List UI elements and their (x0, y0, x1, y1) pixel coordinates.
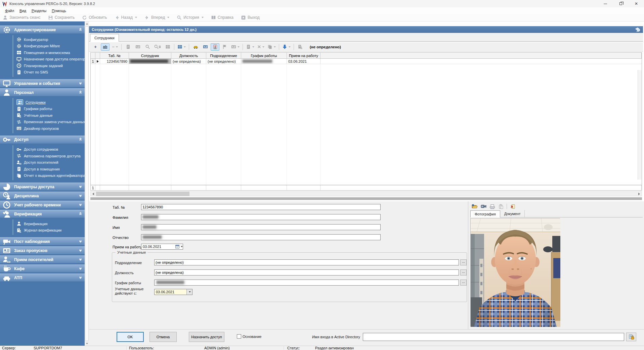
employee-badge-button[interactable] (211, 43, 219, 51)
sidebar-section-verification[interactable]: Верификация (0, 210, 85, 218)
grid-vertical-scrollbar[interactable] (638, 70, 642, 180)
paste-photo-button[interactable] (497, 203, 505, 210)
grid-horizontal-scrollbar[interactable] (90, 191, 642, 196)
sidebar-item-issued-ids-report[interactable]: Отчет о выданных идентификаторах (16, 172, 85, 179)
forward-button[interactable]: Вперед (144, 15, 169, 20)
flag-button[interactable] (220, 43, 229, 51)
scroll-up-button[interactable] (85, 21, 89, 26)
column-header-position[interactable]: Должность (171, 53, 206, 58)
sidebar-item-operator-rights[interactable]: Назначение прав доступа операторов (16, 56, 85, 63)
sidebar-item-verification-log[interactable]: Журнал верификации (16, 227, 85, 234)
department-field[interactable] (154, 259, 459, 265)
delete-photo-button[interactable] (509, 203, 516, 210)
patronymic-field[interactable] (141, 234, 381, 240)
transfer-button[interactable] (281, 43, 292, 51)
sidebar-section-management-events[interactable]: Управление и события (0, 79, 85, 88)
sidebar-section-surveillance[interactable]: Пост наблюдения (0, 237, 85, 246)
sidebar-item-account-data[interactable]: Учётные данные (16, 112, 85, 119)
hire-date-field[interactable]: 03.06.2021 (141, 244, 183, 250)
column-header-department[interactable]: Подразделение (206, 53, 241, 58)
sidebar-item-badge-designer[interactable]: Дизайнер пропусков (16, 125, 85, 132)
tab-photo[interactable]: Фотография (470, 210, 500, 217)
cell-hire-date[interactable]: 03.06.2021 (287, 59, 320, 64)
menu-help[interactable]: Помощь (49, 8, 69, 13)
find-replace-button[interactable] (153, 43, 162, 51)
capture-camera-button[interactable] (480, 203, 487, 210)
schedule-browse-button[interactable]: ... (460, 280, 467, 286)
scrollbar-thumb[interactable] (85, 26, 89, 341)
load-photo-button[interactable] (471, 203, 478, 210)
sidebar-item-sms-report[interactable]: Отчет по SMS (16, 69, 85, 76)
sidebar-item-temp-replacement[interactable]: Временная замена учетных данных (16, 119, 85, 126)
delete-record-button[interactable]: − (111, 43, 119, 51)
sidebar-section-discipline[interactable]: Дисциплина (0, 192, 85, 200)
grid-empty-body[interactable] (91, 64, 642, 185)
card-view-button[interactable] (133, 43, 142, 51)
ad-lock-button[interactable] (626, 333, 636, 341)
scan-button[interactable] (488, 203, 496, 210)
tab-employees[interactable]: Сотрудники (90, 34, 119, 42)
section-help-icon[interactable] (634, 27, 640, 32)
sidebar-item-room-access[interactable]: Доступ в помещения (16, 166, 85, 172)
exit-button[interactable]: Выход (241, 15, 260, 20)
scroll-left-button[interactable] (91, 192, 96, 196)
tab-document[interactable]: Документ (500, 210, 525, 217)
badge-template-button[interactable] (230, 43, 241, 51)
sidebar-section-cafe[interactable]: Кафе (0, 264, 85, 273)
valid-from-dropdown-button[interactable] (186, 289, 192, 295)
sidebar-section-badge-order[interactable]: Заказ пропусков (0, 246, 85, 255)
sidebar-item-configurator[interactable]: Конфигуратор (16, 36, 85, 43)
scroll-down-button[interactable] (85, 341, 89, 346)
sidebar-section-time-tracking[interactable]: Учет рабочего времени (0, 201, 85, 209)
minimize-button[interactable] (598, 0, 613, 7)
surname-field[interactable] (141, 214, 381, 220)
export-button[interactable] (245, 43, 255, 51)
sidebar-section-atp[interactable]: АТП (0, 273, 85, 282)
delete-x-button[interactable]: ✕ (256, 43, 265, 51)
refresh-button[interactable]: Обновить (82, 15, 107, 20)
end-session-button[interactable]: Закончить сеанс (3, 15, 41, 20)
column-header-employee[interactable]: Сотрудник (129, 53, 171, 58)
sidebar-section-access[interactable]: Доступ (0, 136, 85, 144)
panel-splitter[interactable] (90, 197, 642, 200)
department-browse-button[interactable]: ... (460, 259, 467, 265)
close-button[interactable]: ✕ (629, 0, 644, 7)
add-record-button[interactable]: + (91, 43, 100, 51)
access-template-combo[interactable]: (не определено) (310, 45, 341, 49)
help-button[interactable]: Справка (211, 15, 233, 20)
copy-button[interactable] (266, 43, 277, 51)
sidebar-item-employees[interactable]: Сотрудники (16, 99, 85, 106)
sidebar-section-administration[interactable]: Администрирование (0, 26, 85, 34)
ad-login-field[interactable] (363, 333, 624, 341)
sidebar-item-task-scheduler[interactable]: Планировщик заданий (16, 62, 85, 69)
schedule-field[interactable] (154, 280, 459, 286)
column-header-tab-no[interactable]: Таб. № (100, 53, 129, 58)
sidebar-section-visitor-reception[interactable]: Прием посетителей (0, 255, 85, 264)
column-header-hire-date[interactable]: Прием на работу (287, 53, 320, 58)
position-browse-button[interactable]: ... (460, 269, 467, 276)
cell-employee-redacted[interactable] (129, 59, 171, 64)
menu-sections[interactable]: Разделы (29, 8, 49, 13)
sidebar-item-rooms-mnemonic[interactable]: Помещения и мнемосхема (16, 49, 85, 56)
tab-no-field[interactable] (141, 204, 381, 210)
sidebar-section-personnel[interactable]: Персонал (0, 88, 85, 97)
assign-access-button[interactable]: Назначить доступ (189, 332, 224, 342)
restore-button[interactable] (613, 0, 629, 7)
save-button[interactable]: Сохранить (48, 15, 75, 20)
scroll-right-button[interactable] (637, 192, 642, 196)
cell-department[interactable]: (не определено) (206, 59, 241, 64)
ok-button[interactable]: OK (117, 332, 144, 342)
cell-schedule-redacted[interactable] (241, 59, 287, 64)
sidebar-scrollbar[interactable] (85, 21, 89, 346)
calendar-button[interactable] (175, 244, 183, 249)
cell-tab-no[interactable]: 1234567890 (100, 59, 129, 64)
cancel-button[interactable]: Отмена (149, 332, 177, 342)
card-assign-button[interactable] (201, 43, 210, 51)
table-row[interactable]: 1 1234567890 (не определена) (не определ… (91, 59, 642, 64)
sidebar-item-auto-replace-access[interactable]: Автозамена параметров доступа (16, 153, 85, 159)
menu-file[interactable]: Файл (3, 8, 16, 13)
person-doc-button[interactable] (296, 43, 305, 51)
valid-from-field[interactable]: 03.06.2021 (154, 289, 192, 295)
properties-button[interactable] (124, 43, 132, 51)
sidebar-item-mifare-config[interactable]: Конфигурация Mifare (16, 43, 85, 50)
